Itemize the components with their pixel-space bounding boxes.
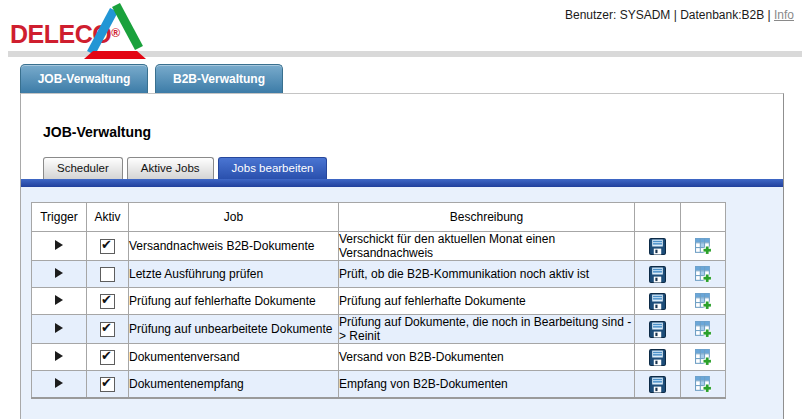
trigger-cell	[32, 232, 87, 261]
save-cell	[635, 344, 681, 371]
aktiv-checkbox[interactable]	[100, 377, 115, 392]
add-cell	[681, 288, 726, 315]
add-row-icon[interactable]	[695, 266, 712, 283]
add-cell	[681, 344, 726, 371]
jobs-table-body: Versandnachweis B2B-Dokumente Verschickt…	[32, 232, 726, 399]
table-row: Dokumentenversand Versand von B2B-Dokume…	[32, 344, 726, 371]
save-cell	[635, 315, 681, 344]
job-cell: Prüfung auf unbearbeitete Dokumente	[129, 315, 339, 344]
col-aktiv: Aktiv	[87, 203, 129, 232]
jobs-table: Trigger Aktiv Job Beschreibung Versandna…	[31, 202, 726, 399]
trigger-cell	[32, 261, 87, 288]
trigger-cell	[32, 344, 87, 371]
add-cell	[681, 261, 726, 288]
job-cell: Versandnachweis B2B-Dokumente	[129, 232, 339, 261]
aktiv-checkbox[interactable]	[100, 294, 115, 309]
save-floppy-icon[interactable]	[649, 376, 666, 393]
tab-b2b-verwaltung[interactable]: B2B-Verwaltung	[155, 64, 283, 94]
job-cell: Prüfung auf fehlerhafte Dokumente	[129, 288, 339, 315]
aktiv-checkbox[interactable]	[100, 267, 115, 282]
add-row-icon[interactable]	[695, 321, 712, 338]
aktiv-cell	[87, 315, 129, 344]
aktiv-checkbox[interactable]	[100, 239, 115, 254]
job-cell: Dokumentenversand	[129, 344, 339, 371]
col-add	[681, 203, 726, 232]
tab-jobs-bearbeiten[interactable]: Jobs bearbeiten	[218, 157, 328, 179]
beschreibung-cell: Empfang von B2B-Dokumenten	[339, 371, 635, 399]
table-row: Prüfung auf unbearbeitete Dokumente Prüf…	[32, 315, 726, 344]
col-beschreibung: Beschreibung	[339, 203, 635, 232]
trigger-cell	[32, 288, 87, 315]
save-cell	[635, 232, 681, 261]
info-link[interactable]: Info	[774, 8, 794, 22]
trigger-play-icon[interactable]	[55, 240, 63, 250]
session-info: Benutzer: SYSADM | Datenbank:B2B | Info	[565, 8, 794, 22]
add-cell	[681, 371, 726, 399]
save-floppy-icon[interactable]	[649, 293, 666, 310]
add-cell	[681, 315, 726, 344]
save-cell	[635, 261, 681, 288]
aktiv-cell	[87, 344, 129, 371]
active-tab-accent-bar	[21, 179, 783, 187]
logo-triangle-icon	[84, 1, 166, 59]
save-cell	[635, 371, 681, 399]
save-floppy-icon[interactable]	[649, 266, 666, 283]
page-title: JOB-Verwaltung	[43, 124, 783, 140]
trigger-play-icon[interactable]	[55, 351, 63, 361]
sub-tab-bar: Scheduler Aktive Jobs Jobs bearbeiten	[43, 157, 783, 179]
aktiv-checkbox[interactable]	[100, 350, 115, 365]
main-tab-bar: JOB-Verwaltung B2B-Verwaltung	[20, 64, 283, 94]
aktiv-cell	[87, 288, 129, 315]
table-row: Letzte Ausführung prüfen Prüft, ob die B…	[32, 261, 726, 288]
aktiv-cell	[87, 261, 129, 288]
beschreibung-cell: Verschickt für den aktuellen Monat einen…	[339, 232, 635, 261]
add-cell	[681, 232, 726, 261]
trigger-play-icon[interactable]	[55, 268, 63, 278]
tab-aktive-jobs[interactable]: Aktive Jobs	[127, 157, 214, 179]
add-row-icon[interactable]	[695, 349, 712, 366]
trigger-play-icon[interactable]	[55, 323, 63, 333]
trigger-play-icon[interactable]	[55, 378, 63, 388]
aktiv-cell	[87, 232, 129, 261]
table-row: Dokumentenempfang Empfang von B2B-Dokume…	[32, 371, 726, 399]
col-trigger: Trigger	[32, 203, 87, 232]
table-row: Prüfung auf fehlerhafte Dokumente Prüfun…	[32, 288, 726, 315]
tab-scheduler[interactable]: Scheduler	[43, 157, 123, 179]
tab-content: Trigger Aktiv Job Beschreibung Versandna…	[21, 187, 783, 419]
beschreibung-cell: Versand von B2B-Dokumenten	[339, 344, 635, 371]
trigger-cell	[32, 315, 87, 344]
main-panel: JOB-Verwaltung Scheduler Aktive Jobs Job…	[20, 93, 784, 419]
save-floppy-icon[interactable]	[649, 238, 666, 255]
col-save	[635, 203, 681, 232]
beschreibung-cell: Prüfung auf fehlerhafte Dokumente	[339, 288, 635, 315]
session-text: Benutzer: SYSADM | Datenbank:B2B |	[565, 8, 771, 22]
save-cell	[635, 288, 681, 315]
job-cell: Letzte Ausführung prüfen	[129, 261, 339, 288]
save-floppy-icon[interactable]	[649, 349, 666, 366]
table-header-row: Trigger Aktiv Job Beschreibung	[32, 203, 726, 232]
aktiv-checkbox[interactable]	[100, 322, 115, 337]
job-cell: Dokumentenempfang	[129, 371, 339, 399]
save-floppy-icon[interactable]	[649, 321, 666, 338]
trigger-cell	[32, 371, 87, 399]
beschreibung-cell: Prüfung auf Dokumente, die noch in Bearb…	[339, 315, 635, 344]
col-job: Job	[129, 203, 339, 232]
table-row: Versandnachweis B2B-Dokumente Verschickt…	[32, 232, 726, 261]
aktiv-cell	[87, 371, 129, 399]
add-row-icon[interactable]	[695, 376, 712, 393]
add-row-icon[interactable]	[695, 293, 712, 310]
add-row-icon[interactable]	[695, 238, 712, 255]
beschreibung-cell: Prüft, ob die B2B-Kommunikation noch akt…	[339, 261, 635, 288]
trigger-play-icon[interactable]	[55, 295, 63, 305]
tab-job-verwaltung[interactable]: JOB-Verwaltung	[20, 64, 148, 94]
